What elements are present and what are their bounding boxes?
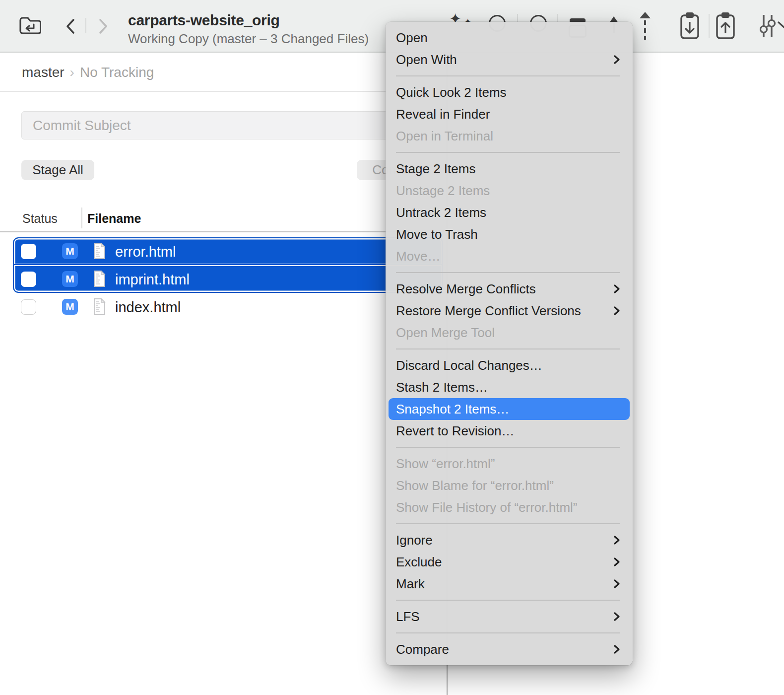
breadcrumb-divider bbox=[0, 91, 447, 92]
stage-checkbox[interactable] bbox=[21, 244, 36, 259]
submenu-chevron-icon bbox=[613, 556, 621, 567]
filename-label: imprint.html bbox=[115, 272, 190, 288]
working-copy-pane: master›No Tracking Stage All Commit Stat… bbox=[0, 53, 447, 695]
compare-nodes-icon[interactable] bbox=[755, 13, 779, 39]
menu-separator bbox=[396, 75, 620, 76]
submenu-chevron-icon bbox=[613, 54, 621, 65]
menu-item-label: Open bbox=[396, 30, 428, 45]
stage-checkbox[interactable] bbox=[21, 299, 36, 315]
file-row-imprint.html[interactable]: Mimprint.html bbox=[0, 265, 447, 293]
menu-item-label: Open in Terminal bbox=[396, 129, 493, 143]
submenu-chevron-icon bbox=[613, 611, 621, 622]
menu-item-open-merge-tool: Open Merge Tool bbox=[386, 322, 633, 344]
menu-item-open-in-terminal: Open in Terminal bbox=[386, 125, 633, 147]
menu-item-label: Open Merge Tool bbox=[396, 325, 495, 340]
commit-subject-input[interactable] bbox=[21, 111, 441, 139]
breadcrumb-separator: › bbox=[70, 65, 74, 80]
column-header-filename[interactable]: Filename bbox=[87, 211, 141, 226]
breadcrumb-branch[interactable]: master bbox=[22, 65, 65, 80]
filename-label: index.html bbox=[115, 299, 181, 316]
menu-item-label: Exclude bbox=[396, 555, 442, 569]
menu-item-stage-2-items[interactable]: Stage 2 Items bbox=[386, 158, 633, 180]
window-subtitle: Working Copy (master – 3 Changed Files) bbox=[128, 31, 369, 47]
app-window: carparts-website_orig Working Copy (mast… bbox=[0, 0, 784, 695]
menu-item-lfs[interactable]: LFS bbox=[386, 606, 633, 627]
chevron-down-icon[interactable] bbox=[777, 21, 784, 31]
menu-item-exclude[interactable]: Exclude bbox=[386, 551, 633, 573]
file-row-error.html[interactable]: Merror.html bbox=[0, 237, 447, 265]
menu-item-label: Revert to Revision… bbox=[396, 423, 514, 438]
menu-item-move-to-trash[interactable]: Move to Trash bbox=[386, 223, 633, 245]
menu-item-open[interactable]: Open bbox=[386, 27, 633, 49]
status-badge-modified: M bbox=[62, 299, 78, 315]
submenu-chevron-icon bbox=[613, 305, 621, 316]
menu-item-label: Restore Merge Conflict Versions bbox=[396, 303, 581, 318]
menu-item-label: Untrack 2 Items bbox=[396, 205, 486, 220]
menu-separator bbox=[396, 348, 620, 349]
menu-item-snapshot-2-items[interactable]: Snapshot 2 Items… bbox=[389, 398, 630, 420]
menu-item-stash-2-items[interactable]: Stash 2 Items… bbox=[386, 376, 633, 398]
menu-item-label: Resolve Merge Conflicts bbox=[396, 281, 536, 296]
menu-separator bbox=[396, 600, 620, 601]
menu-item-restore-merge-conflict-versions[interactable]: Restore Merge Conflict Versions bbox=[386, 300, 633, 322]
menu-item-move: Move… bbox=[386, 245, 633, 267]
status-badge-modified: M bbox=[62, 243, 78, 259]
menu-item-label: Reveal in Finder bbox=[396, 107, 490, 122]
menu-item-ignore[interactable]: Ignore bbox=[386, 529, 633, 551]
menu-item-resolve-merge-conflicts[interactable]: Resolve Merge Conflicts bbox=[386, 278, 633, 300]
file-document-icon bbox=[93, 270, 106, 287]
menu-item-label: Move to Trash bbox=[396, 227, 478, 242]
menu-item-untrack-2-items[interactable]: Untrack 2 Items bbox=[386, 202, 633, 223]
breadcrumb-tracking[interactable]: No Tracking bbox=[80, 65, 154, 80]
menu-item-show-error-html: Show “error.html” bbox=[386, 453, 633, 475]
column-header-status[interactable]: Status bbox=[22, 211, 58, 226]
stage-checkbox[interactable] bbox=[21, 272, 36, 287]
menu-item-mark[interactable]: Mark bbox=[386, 573, 633, 595]
menu-separator bbox=[396, 152, 620, 153]
menu-item-quick-look-2-items[interactable]: Quick Look 2 Items bbox=[386, 81, 633, 103]
filename-label: error.html bbox=[115, 244, 176, 260]
menu-item-label: Ignore bbox=[396, 533, 433, 548]
context-menu: OpenOpen WithQuick Look 2 ItemsReveal in… bbox=[386, 22, 633, 665]
window-title-block: carparts-website_orig Working Copy (mast… bbox=[128, 12, 369, 47]
menu-item-discard-local-changes[interactable]: Discard Local Changes… bbox=[386, 354, 633, 376]
menu-item-label: Stage 2 Items bbox=[396, 161, 475, 176]
menu-item-label: Mark bbox=[396, 576, 425, 591]
menu-item-compare[interactable]: Compare bbox=[386, 638, 633, 660]
toolbar-separator bbox=[709, 14, 710, 38]
menu-separator bbox=[396, 632, 620, 633]
menu-item-label: Stash 2 Items… bbox=[396, 380, 488, 395]
file-document-icon bbox=[93, 298, 106, 315]
file-row-index.html[interactable]: Mindex.html bbox=[0, 293, 447, 321]
menu-item-label: Show Blame for “error.html” bbox=[396, 478, 554, 493]
forward-button[interactable] bbox=[97, 18, 109, 35]
push-dashed-arrow-icon[interactable] bbox=[638, 12, 652, 41]
menu-item-label: Unstage 2 Items bbox=[396, 183, 490, 198]
menu-item-reveal-in-finder[interactable]: Reveal in Finder bbox=[386, 103, 633, 125]
menu-item-label: Discard Local Changes… bbox=[396, 358, 542, 373]
menu-item-label: Move… bbox=[396, 249, 441, 264]
submenu-chevron-icon bbox=[613, 535, 621, 546]
menu-item-show-file-history-of-error-html: Show File History of “error.html” bbox=[386, 496, 633, 518]
submenu-chevron-icon bbox=[613, 644, 621, 655]
menu-item-label: Open With bbox=[396, 52, 457, 67]
menu-item-open-with[interactable]: Open With bbox=[386, 49, 633, 70]
stage-all-button[interactable]: Stage All bbox=[21, 160, 94, 180]
menu-separator bbox=[396, 272, 620, 273]
repository-list-icon[interactable] bbox=[18, 15, 41, 36]
nav-separator bbox=[85, 18, 86, 33]
column-divider[interactable] bbox=[81, 208, 82, 228]
status-badge-modified: M bbox=[62, 271, 78, 287]
back-button[interactable] bbox=[65, 18, 76, 35]
menu-separator bbox=[396, 447, 620, 448]
menu-separator bbox=[396, 523, 620, 524]
menu-item-label: Compare bbox=[396, 642, 449, 657]
window-title: carparts-website_orig bbox=[128, 12, 369, 29]
submenu-chevron-icon bbox=[613, 578, 621, 589]
clipboard-up-icon[interactable] bbox=[714, 11, 737, 41]
breadcrumb: master›No Tracking bbox=[22, 65, 154, 80]
file-document-icon bbox=[93, 242, 106, 260]
menu-item-label: Snapshot 2 Items… bbox=[396, 402, 509, 417]
menu-item-revert-to-revision[interactable]: Revert to Revision… bbox=[386, 420, 633, 442]
clipboard-down-icon[interactable] bbox=[678, 11, 702, 41]
